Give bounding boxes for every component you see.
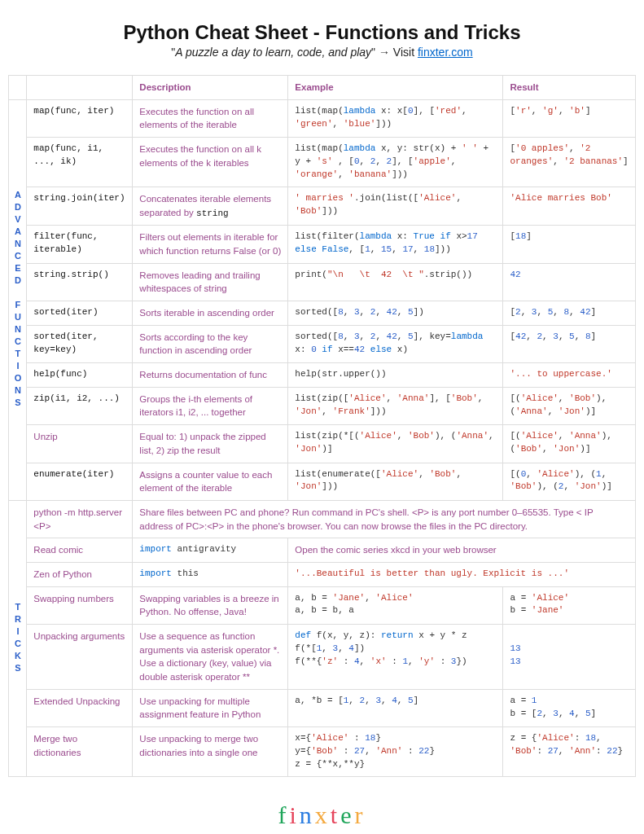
logo-letter: e (340, 801, 354, 828)
func-desc: Filters out elements in iterable for whi… (133, 226, 288, 263)
func-example: list(map(lambda x, y: str(x) + ' ' + y +… (288, 138, 503, 187)
func-name: string.strip() (27, 263, 133, 301)
table-row: Swapping numbersSwapping variables is a … (9, 586, 636, 624)
logo-letter: f (278, 801, 289, 828)
col-example: Example (288, 76, 503, 100)
cheatsheet-table: Description Example Result ADVANCED FUNC… (8, 75, 636, 777)
col-blank2 (27, 76, 133, 100)
logo-letter: n (300, 801, 315, 828)
table-row: enumerate(iter)Assigns a counter value t… (9, 463, 636, 500)
trick-name: Zen of Python (27, 562, 133, 586)
table-row: sorted(iter, key=key)Sorts according to … (9, 325, 636, 362)
logo-letter: t (331, 801, 340, 828)
trick-name: Read comic (27, 538, 133, 563)
func-name: zip(i1, i2, ...) (27, 387, 133, 424)
trick-result: a = 'Alice' b = 'Jane' (503, 586, 636, 624)
func-example: list(map(lambda x: x[0], ['red', 'green'… (288, 99, 503, 137)
table-row: zip(i1, i2, ...)Groups the i-th elements… (9, 387, 636, 424)
table-row: Zen of Pythonimport this'...Beautiful is… (9, 562, 636, 586)
func-name: filter(func, iterable) (27, 226, 133, 263)
finxter-link[interactable]: finxter.com (418, 46, 473, 59)
trick-note: Open the comic series xkcd in your web b… (288, 538, 636, 563)
trick-result: z = {'Alice': 18, 'Bob': 27, 'Ann': 22} (503, 726, 636, 776)
func-result: ['0 apples', '2 oranges', '2 bananas'] (503, 138, 636, 187)
func-result: 'Alice marries Bob' (503, 187, 636, 226)
trick-desc: Use unpacking to merge two dictionaries … (133, 726, 288, 776)
trick-desc: Swapping variables is a breeze in Python… (133, 586, 288, 624)
col-result: Result (503, 76, 636, 100)
trick-example: a, *b = [1, 2, 3, 4, 5] (288, 689, 503, 726)
func-example: list(zip(['Alice', 'Anna'], ['Bob', 'Jon… (288, 387, 503, 424)
logo-letter: i (289, 801, 299, 828)
table-row: Merge two dictionariesUse unpacking to m… (9, 726, 636, 776)
func-desc: Assigns a counter value to each element … (133, 463, 288, 500)
trick-code: import this (133, 562, 288, 586)
func-name: sorted(iter, key=key) (27, 325, 133, 362)
func-name: map(func, i1, ..., ik) (27, 138, 133, 187)
table-row: Read comicimport antigravityOpen the com… (9, 538, 636, 563)
logo-letter: r (355, 801, 366, 828)
func-desc: Returns documentation of func (133, 363, 288, 388)
trick-desc: Use a sequence as function arguments via… (133, 624, 288, 689)
trick-result: '...Beautiful is better than ugly. Expli… (288, 562, 636, 586)
func-result: [('Alice', 'Bob'), ('Anna', 'Jon')] (503, 387, 636, 424)
page-title: Python Cheat Sheet - Functions and Trick… (8, 21, 636, 44)
trick-name: Extended Unpacking (27, 689, 133, 726)
section-label-tricks: TRICKS (9, 500, 27, 776)
func-name: Unzip (27, 425, 133, 463)
table-row: map(func, i1, ..., ik)Executes the funct… (9, 138, 636, 187)
subtitle: "A puzzle a day to learn, code, and play… (8, 46, 636, 59)
func-example: print("\n \t 42 \t ".strip()) (288, 263, 503, 301)
func-desc: Executes the function on all k elements … (133, 138, 288, 187)
trick-desc: Use unpacking for multiple assignment fe… (133, 689, 288, 726)
func-name: string.join(iter) (27, 187, 133, 226)
func-desc: Executes the function on all elements of… (133, 99, 288, 137)
trick-name: Unpacking arguments (27, 624, 133, 689)
table-row: filter(func, iterable)Filters out elemen… (9, 226, 636, 263)
func-example: sorted([8, 3, 2, 42, 5], key=lambda x: 0… (288, 325, 503, 362)
func-desc: Equal to: 1) unpack the zipped list, 2) … (133, 425, 288, 463)
trick-result: a = 1 b = [2, 3, 4, 5] (503, 689, 636, 726)
func-result: [(0, 'Alice'), (1, 'Bob'), (2, 'Jon')] (503, 463, 636, 500)
func-result: [2, 3, 5, 8, 42] (503, 301, 636, 326)
trick-result: 13 13 (503, 624, 636, 689)
visit-prefix: " → Visit (371, 46, 418, 59)
func-example: ' marries '.join(list(['Alice', 'Bob'])) (288, 187, 503, 226)
trick-example: a, b = 'Jane', 'Alice' a, b = b, a (288, 586, 503, 624)
func-result: [('Alice', 'Anna'), ('Bob', 'Jon')] (503, 425, 636, 463)
table-row: sorted(iter)Sorts iterable in ascending … (9, 301, 636, 326)
func-desc: Sorts according to the key function in a… (133, 325, 288, 362)
func-result: 42 (503, 263, 636, 301)
header-row: Description Example Result (9, 76, 636, 100)
trick-example: def f(x, y, z): return x + y * z f(*[1, … (288, 624, 503, 689)
table-row: Extended UnpackingUse unpacking for mult… (9, 689, 636, 726)
col-description: Description (133, 76, 288, 100)
func-desc: Removes leading and trailing whitespaces… (133, 263, 288, 301)
func-example: list(zip(*[('Alice', 'Bob'), ('Anna', 'J… (288, 425, 503, 463)
col-blank1 (9, 76, 27, 100)
subtitle-quote: A puzzle a day to learn, code, and play (175, 46, 371, 59)
func-name: sorted(iter) (27, 301, 133, 326)
func-desc: Sorts iterable in ascending order (133, 301, 288, 326)
func-example: sorted([8, 3, 2, 42, 5]) (288, 301, 503, 326)
finxter-logo: finxter (8, 801, 636, 829)
table-row: ADVANCED FUNCTIONSmap(func, iter)Execute… (9, 99, 636, 137)
func-result: [42, 2, 3, 5, 8] (503, 325, 636, 362)
func-desc: Groups the i-th elements of iterators i1… (133, 387, 288, 424)
func-result: [18] (503, 226, 636, 263)
table-row: TRICKSpython -m http.server <P>Share fil… (9, 500, 636, 538)
table-row: Unpacking argumentsUse a sequence as fun… (9, 624, 636, 689)
table-row: UnzipEqual to: 1) unpack the zipped list… (9, 425, 636, 463)
func-example: list(filter(lambda x: True if x>17 else … (288, 226, 503, 263)
table-row: help(func)Returns documentation of funch… (9, 363, 636, 388)
trick-name: python -m http.server <P> (27, 500, 133, 538)
func-example: list(enumerate(['Alice', 'Bob', 'Jon'])) (288, 463, 503, 500)
logo-letter: x (315, 801, 331, 828)
func-desc: Concatenates iterable elements separated… (133, 187, 288, 226)
trick-name: Merge two dictionaries (27, 726, 133, 776)
func-result: '... to uppercase.' (503, 363, 636, 388)
func-result: ['r', 'g', 'b'] (503, 99, 636, 137)
trick-code: import antigravity (133, 538, 288, 563)
func-name: help(func) (27, 363, 133, 388)
table-row: string.join(iter)Concatenates iterable e… (9, 187, 636, 226)
